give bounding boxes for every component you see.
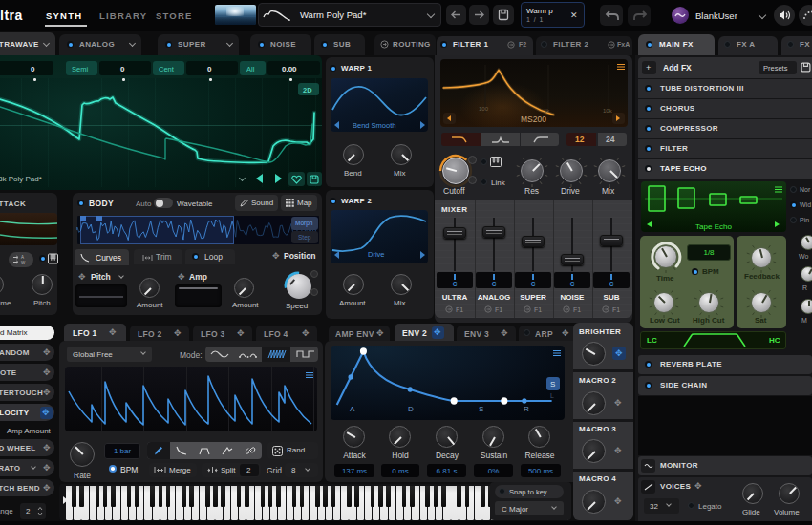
svg-text:W: W — [21, 261, 26, 265]
svg-text:F1: F1 — [534, 306, 542, 313]
svg-text:F1: F1 — [456, 306, 463, 313]
svg-text:F1: F1 — [495, 306, 502, 313]
svg-text:1k: 1k — [544, 108, 550, 114]
svg-text:10k: 10k — [603, 108, 613, 114]
svg-text:F1: F1 — [573, 306, 581, 313]
svg-text:F1: F1 — [612, 306, 620, 313]
svg-text:100: 100 — [479, 106, 489, 112]
